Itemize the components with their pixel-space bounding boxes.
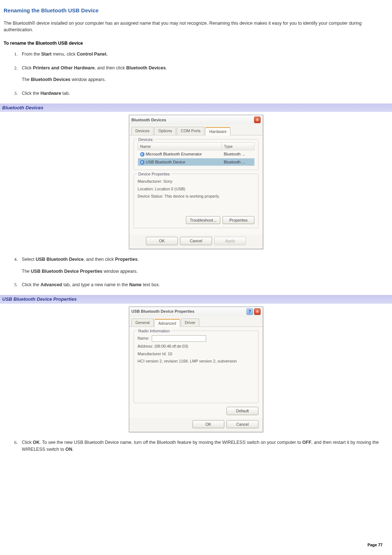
tab-com-ports[interactable]: COM Ports [177,127,204,135]
device-type: Bluetooth ... [222,158,254,166]
table-row[interactable]: BMicrosoft Bluetooth Enumerator Bluetoot… [138,150,254,158]
step-4: Select USB Bluetooth Device, and then cl… [19,256,388,275]
ok-button[interactable]: OK [146,237,178,245]
text: . [72,447,73,452]
control-panel: Control Panel. [77,52,107,57]
text: , and then click [83,257,115,262]
tab-strip: General Advanced Driver [129,316,263,327]
radio-group-label: Radio Information [137,328,171,334]
status-line: Device Status: This device is working pr… [138,193,254,199]
text: window appears. [102,269,138,274]
bt-devices-window: Bluetooth Devices [31,77,70,82]
step-3: Click the Hardware tab. [19,90,388,97]
ok-button[interactable]: OK [192,420,224,429]
name-label: Name: [138,336,149,340]
device-type: Bluetooth ... [222,150,254,158]
page-number: Page 77 [367,542,383,548]
text: Click the [22,282,40,287]
manufacturer-id-line: Manufacturer Id: 10 [138,351,254,357]
dialog-title: Bluetooth Devices [131,117,166,123]
text: Select [22,257,36,262]
hardware-tab: Hardware [40,91,61,96]
close-icon[interactable]: × [254,308,261,315]
dialog-title: USB Bluetooth Device Properties [131,308,195,315]
tab-advanced[interactable]: Advanced [154,319,180,327]
bluetooth-icon: B [140,160,144,165]
text: , and then click [95,65,126,70]
text: tab. [61,91,70,96]
manufacturer-line: Manufacturer: Sony [138,178,254,185]
figure-caption-1: Bluetooth Devices [0,104,392,112]
bluetooth-icon: B [140,152,144,157]
printers-hw: Printers and Other Hardware [33,65,95,70]
usb-bt-device: USB Bluetooth Device [36,257,83,262]
text: Click [22,440,33,445]
tab-hardware[interactable]: Hardware [205,127,230,135]
text: The [22,77,31,82]
text: The [22,269,31,274]
text: window appears. [70,77,106,82]
properties: Properties [115,257,138,262]
properties-button[interactable]: Properties [222,216,254,224]
step-2: Click Printers and Other Hardware, and t… [19,64,388,84]
tab-general[interactable]: General [131,319,154,327]
text: . [166,65,167,70]
step-1: From the Start menu, click Control Panel… [19,50,388,58]
col-name[interactable]: Name [138,142,222,150]
page-title: Renaming the Bluetooth USB Device [4,7,388,15]
table-row[interactable]: BUSB Bluetooth Device Bluetooth ... [138,158,254,166]
tab-options[interactable]: Options [154,127,176,135]
step-6: Click OK. To see the new USB Bluetooth D… [19,439,388,453]
hci-line: HCI version 2, revision 1168. LMP versio… [138,358,254,364]
advanced-tab: Advanced [40,282,62,287]
name-box: Name [129,282,142,287]
device-name: Microsoft Bluetooth Enumerator [146,152,202,156]
text: . To see the new USB Bluetooth Device na… [40,440,302,445]
text: text box. [142,282,160,287]
off: OFF [302,440,311,445]
default-button[interactable]: Default [226,407,258,415]
figure-caption-2: USB Bluetooth Device Properties [0,295,392,304]
address-line: Address: (08:00:46:df:de:03) [138,343,254,349]
ok: OK [33,440,40,445]
tab-driver[interactable]: Driver [181,319,199,327]
on: ON [65,447,72,452]
tab-strip: Devices Options COM Ports Hardware [129,125,263,135]
col-type[interactable]: Type [222,142,254,150]
close-icon[interactable]: × [254,117,261,123]
usb-bt-properties-dialog: USB Bluetooth Device Properties ? × Gene… [129,307,263,433]
intro-paragraph: The Bluetooth® device installed on your … [4,20,388,34]
text: menu, click [52,52,77,57]
cancel-button[interactable]: Cancel [180,237,212,245]
bt-devices: Bluetooth Devices [126,65,166,70]
text: tab, and type a new name in the [62,282,129,287]
devices-table[interactable]: Name Type BMicrosoft Bluetooth Enumerato… [138,142,254,166]
help-icon[interactable]: ? [246,308,253,315]
usb-bt-props-window: USB Bluetooth Device Properties [31,269,102,274]
troubleshoot-button[interactable]: Troubleshoot... [186,216,220,224]
text: From the [22,52,41,57]
cancel-button[interactable]: Cancel [226,420,258,429]
bluetooth-devices-dialog: Bluetooth Devices × Devices Options COM … [129,115,263,249]
props-group-label: Device Properties [137,171,171,177]
location-line: Location: Location 0 (USB) [138,186,254,192]
tab-devices[interactable]: Devices [131,127,154,135]
device-name: USB Bluetooth Device [146,160,185,164]
step-5: Click the Advanced tab, and type a new n… [19,281,388,288]
text: . [138,257,139,262]
procedure-heading: To rename the Bluetooth USB device [4,40,388,47]
devices-group-label: Devices: [137,137,155,143]
start-menu: Start [41,52,52,57]
name-input[interactable] [152,335,206,342]
apply-button[interactable]: Apply [214,237,246,245]
text: Click the [22,91,40,96]
text: Click [22,65,33,70]
